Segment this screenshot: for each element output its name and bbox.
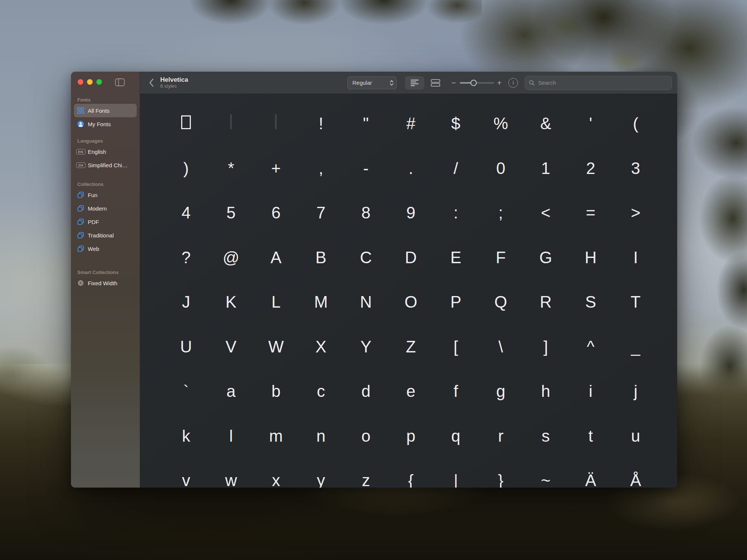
zoom-button[interactable] [96,79,102,85]
glyph-cell[interactable]: u [613,414,658,458]
slider-track[interactable] [460,82,494,84]
glyph-cell[interactable]: T [613,280,658,324]
glyph-cell[interactable]: n [298,414,343,458]
glyph-cell[interactable]: N [343,280,388,324]
sidebar-item-simplified-chinese[interactable]: ZH Simplified Chi… [74,158,137,172]
glyph-cell[interactable]: i [568,369,613,414]
glyph-cell[interactable]: + [254,146,298,191]
glyph-cell[interactable]: Ä [568,458,613,488]
glyph-cell[interactable]: 8 [343,190,388,235]
glyph-cell[interactable]: S [568,280,613,324]
back-button[interactable] [145,78,158,87]
sidebar-toggle-button[interactable] [115,78,125,86]
minimize-button[interactable] [87,79,93,85]
glyph-cell[interactable]: D [388,235,433,280]
glyph-cell[interactable]: R [523,280,568,324]
glyph-cell[interactable]: ? [164,235,208,280]
glyph-cell[interactable] [254,101,298,146]
decrease-size-button minus-icon[interactable] [451,79,456,87]
glyph-cell[interactable]: ( [613,101,658,146]
sidebar-item-my-fonts[interactable]: My Fonts [74,117,137,131]
glyph-cell[interactable]: h [523,369,568,414]
glyph-cell[interactable]: # [388,101,433,146]
sidebar-item-pdf[interactable]: PDF [74,215,137,228]
glyph-cell[interactable]: 2 [568,146,613,191]
glyph-cell[interactable]: O [388,280,433,324]
glyph-cell[interactable]: | [433,458,478,488]
glyph-cell[interactable]: m [254,414,298,458]
close-button[interactable] [78,79,83,85]
glyph-cell[interactable]: \ [478,324,523,369]
glyph-cell[interactable]: - [343,146,388,191]
glyph-cell[interactable]: @ [208,235,253,280]
size-slider[interactable] [460,80,494,86]
glyph-cell[interactable]: Å [613,458,658,488]
glyph-cell[interactable]: ; [478,190,523,235]
glyph-cell[interactable]: k [164,414,208,458]
glyph-cell[interactable]: ] [523,324,568,369]
glyph-cell[interactable]: ! [298,101,343,146]
glyph-cell[interactable]: s [523,414,568,458]
glyph-cell[interactable]: < [523,190,568,235]
glyph-cell[interactable] [164,101,208,146]
glyph-cell[interactable]: = [568,190,613,235]
glyph-cell[interactable]: v [164,458,208,488]
glyph-cell[interactable]: Z [388,324,433,369]
glyph-cell[interactable]: I [613,235,658,280]
glyph-cell[interactable]: ' [568,101,613,146]
glyph-cell[interactable]: r [478,414,523,458]
titlebar[interactable]: Helvetica 6 styles Regular [140,72,677,94]
glyph-cell[interactable]: , [298,146,343,191]
glyph-cell[interactable]: U [164,324,208,369]
glyph-cell[interactable]: q [433,414,478,458]
glyph-cell[interactable]: : [433,190,478,235]
sidebar-item-web[interactable]: Web [74,242,137,255]
glyph-cell[interactable]: y [298,458,343,488]
glyph-cell[interactable]: Q [478,280,523,324]
glyph-cell[interactable]: . [388,146,433,191]
glyph-cell[interactable]: 3 [613,146,658,191]
glyph-cell[interactable]: 1 [523,146,568,191]
glyph-cell[interactable]: X [298,324,343,369]
sidebar-item-fixed-width[interactable]: Fixed Width [74,276,137,290]
glyph-cell[interactable]: l [208,414,253,458]
sidebar-item-all-fonts[interactable]: All Fonts [74,104,137,117]
view-sample-button[interactable] [405,76,424,90]
glyph-cell[interactable]: " [343,101,388,146]
glyph-cell[interactable]: _ [613,324,658,369]
glyph-cell[interactable]: w [208,458,253,488]
glyph-cell[interactable]: E [433,235,478,280]
sidebar-item-fun[interactable]: Fun [74,188,137,202]
info-button[interactable] [508,78,518,88]
glyph-cell[interactable]: L [254,280,298,324]
glyph-cell[interactable]: c [298,369,343,414]
glyph-cell[interactable]: d [343,369,388,414]
glyph-cell[interactable]: H [568,235,613,280]
glyph-cell[interactable]: [ [433,324,478,369]
glyph-cell[interactable]: W [254,324,298,369]
sidebar-item-english[interactable]: EN English [74,145,137,158]
glyph-cell[interactable]: > [613,190,658,235]
glyph-cell[interactable]: ~ [523,458,568,488]
glyph-cell[interactable]: b [254,369,298,414]
glyph-cell[interactable]: & [523,101,568,146]
increase-size-button plus-icon[interactable] [497,79,502,87]
glyph-cell[interactable]: J [164,280,208,324]
glyph-cell[interactable]: V [208,324,253,369]
search-field[interactable] [525,76,672,90]
style-popup-button[interactable]: Regular [347,77,397,89]
glyph-cell[interactable]: ) [164,146,208,191]
search-input[interactable] [537,79,668,86]
glyph-cell[interactable]: $ [433,101,478,146]
glyph-cell[interactable]: 9 [388,190,433,235]
sidebar-item-modern[interactable]: Modern [74,202,137,215]
glyph-cell[interactable]: { [388,458,433,488]
glyph-cell[interactable]: Y [343,324,388,369]
glyph-cell[interactable]: / [433,146,478,191]
glyph-cell[interactable]: o [343,414,388,458]
glyph-cell[interactable] [208,101,253,146]
glyph-cell[interactable]: * [208,146,253,191]
glyph-cell[interactable]: G [523,235,568,280]
slider-thumb[interactable] [470,80,477,86]
glyph-cell[interactable]: B [298,235,343,280]
